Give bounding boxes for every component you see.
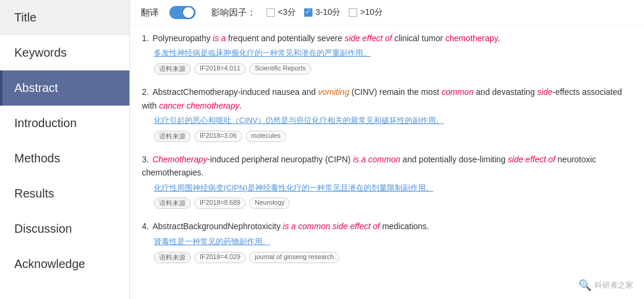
result-item-2: 2.AbstractChemotherapy-induced nausea an… (142, 85, 632, 142)
result-zh-1: 多发性神经病是临床肿瘤化疗的一种常见和潜在的严重副作用。 (154, 47, 632, 60)
filter-lt3[interactable]: <3分 (267, 7, 296, 18)
en-part: clinical tumor (392, 33, 445, 43)
result-number-1: 1. (142, 33, 149, 43)
en-part: is a (213, 33, 226, 43)
checkbox-lt3[interactable] (267, 8, 275, 17)
tag-IF2018=3.06[interactable]: IF2018=3.06 (194, 131, 242, 142)
translate-label: 翻译 (141, 7, 159, 19)
en-part: common (442, 87, 474, 97)
tag-语料来源[interactable]: 语料来源 (154, 252, 191, 263)
filter-label-3to10: 3-10分 (315, 7, 340, 18)
sidebar-item-abstract[interactable]: Abstract (0, 70, 129, 106)
filter-label-gt10: >10分 (360, 7, 383, 18)
en-part: Polyneuropathy (153, 33, 213, 43)
result-tags-2: 语料来源IF2018=3.06molecules (154, 131, 632, 142)
filter-group: <3分3-10分>10分 (267, 7, 383, 18)
sidebar-item-results[interactable]: Results (0, 176, 129, 211)
en-part: (CINV) remain the most (349, 87, 442, 97)
en-part: side (537, 87, 553, 97)
en-part: medications. (380, 221, 429, 231)
en-part: frequent and potentially severe (226, 33, 345, 43)
sidebar-item-acknowledge[interactable]: Acknowledge (0, 246, 129, 282)
result-item-4: 4.AbstractBackgroundNephrotoxicity is a … (142, 220, 632, 263)
sidebar: TitleKeywordsAbstractIntroductionMethods… (0, 0, 130, 299)
tag-语料来源[interactable]: 语料来源 (154, 198, 191, 209)
en-part: -induced peripheral neuropathy (CIPN) (208, 155, 353, 164)
en-part: . (239, 101, 242, 110)
en-part: is a common (353, 155, 400, 164)
en-part: and potentially dose-limiting (400, 155, 508, 164)
sidebar-item-keywords[interactable]: Keywords (0, 35, 129, 70)
sidebar-item-title[interactable]: Title (0, 0, 129, 35)
en-part: Chemotherapy (153, 155, 208, 164)
tag-journal_of_ginseng_research[interactable]: journal of ginseng research (249, 252, 339, 263)
tag-IF2018=4.029[interactable]: IF2018=4.029 (194, 252, 246, 263)
en-part: cancer chemotherapy (159, 101, 240, 110)
result-zh-3: 化疗性周围神经病变(CIPN)是神经毒性化疗的一种常见且潜在的剂量限制副作用。 (154, 182, 632, 195)
result-tags-4: 语料来源IF2018=4.029journal of ginseng resea… (154, 252, 632, 263)
tag-IF2018=8.689[interactable]: IF2018=8.689 (194, 198, 246, 209)
tag-Scientific_Reports[interactable]: Scientific Reports (249, 63, 311, 75)
result-number-4: 4. (142, 221, 149, 231)
toolbar: 翻译 影响因子： <3分3-10分>10分 (130, 0, 644, 26)
checkbox-3to10[interactable] (304, 8, 312, 17)
en-part: side effect of (508, 155, 555, 164)
result-item-1: 1.Polyneuropathy is a frequent and poten… (142, 32, 632, 75)
tag-Neurology[interactable]: Neurology (249, 198, 290, 209)
en-part: and devastating (473, 87, 537, 97)
filter-gt10[interactable]: >10分 (349, 7, 383, 18)
main-panel: 翻译 影响因子： <3分3-10分>10分 1.Polyneuropathy i… (130, 0, 644, 299)
filter-3to10[interactable]: 3-10分 (304, 7, 340, 18)
translate-toggle[interactable] (169, 6, 196, 19)
factor-label: 影响因子： (211, 7, 256, 19)
tag-IF2018=4.011[interactable]: IF2018=4.011 (194, 63, 246, 75)
en-part: is a common side effect of (283, 221, 380, 231)
result-number-2: 2. (142, 87, 149, 97)
result-en-2: 2.AbstractChemotherapy-induced nausea an… (142, 85, 632, 112)
result-tags-3: 语料来源IF2018=8.689Neurology (154, 198, 632, 209)
result-item-3: 3.Chemotherapy-induced peripheral neurop… (142, 153, 632, 209)
tag-语料来源[interactable]: 语料来源 (154, 131, 191, 142)
en-part: vomiting (318, 87, 349, 97)
result-en-1: 1.Polyneuropathy is a frequent and poten… (142, 32, 632, 45)
tag-语料来源[interactable]: 语料来源 (154, 63, 191, 75)
en-part: chemotherapy (445, 33, 498, 43)
sidebar-item-discussion[interactable]: Discussion (0, 211, 129, 246)
en-part: . (497, 33, 500, 43)
en-part: side effect of (345, 33, 392, 43)
result-en-3: 3.Chemotherapy-induced peripheral neurop… (142, 153, 632, 180)
tag-molecules[interactable]: molecules (246, 131, 286, 142)
result-en-4: 4.AbstractBackgroundNephrotoxicity is a … (142, 220, 632, 233)
sidebar-item-introduction[interactable]: Introduction (0, 106, 129, 141)
en-part: AbstractBackgroundNephrotoxicity (153, 221, 283, 231)
result-tags-1: 语料来源IF2018=4.011Scientific Reports (154, 63, 632, 75)
sidebar-item-methods[interactable]: Methods (0, 141, 129, 176)
content-area: 1.Polyneuropathy is a frequent and poten… (130, 26, 644, 299)
en-part: AbstractChemotherapy-induced nausea and (153, 87, 318, 97)
result-number-3: 3. (142, 155, 149, 164)
result-zh-4: 肾毒性是一种常见的药物副作用。 (154, 236, 632, 248)
filter-label-lt3: <3分 (278, 7, 296, 18)
result-zh-2: 化疗引起的恶心和呕吐（CINV）仍然是与癌症化疗相关的最常见和破坏性的副作用。 (154, 115, 632, 127)
checkbox-gt10[interactable] (349, 8, 357, 17)
